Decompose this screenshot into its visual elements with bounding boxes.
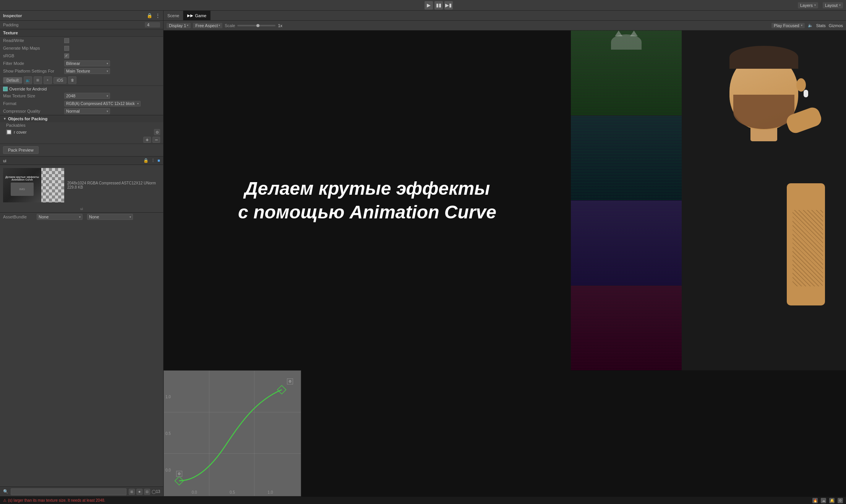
play-button[interactable]: ▶ bbox=[425, 1, 433, 10]
format-dropdown[interactable]: RGB(A) Compressed ASTC 12x12 block ▾ bbox=[64, 101, 141, 107]
inspector-header-right: 🔒 ⋮ bbox=[147, 13, 160, 18]
add-remove-row: + − bbox=[0, 136, 163, 144]
inspector-header: Inspector 🔒 ⋮ bbox=[0, 11, 163, 21]
cat-image-4 bbox=[571, 286, 682, 371]
srgb-label: sRGB bbox=[3, 53, 64, 58]
filter-mode-dropdown[interactable]: Bilinear ▾ bbox=[64, 60, 110, 66]
cat-image-1 bbox=[571, 31, 682, 116]
compressor-dropdown[interactable]: Normal ▾ bbox=[64, 108, 110, 114]
show-platform-value: Main Texture bbox=[66, 69, 90, 73]
show-platform-row: Show Platform Settings For Main Texture … bbox=[0, 67, 163, 75]
game-display-dropdown[interactable]: Display 1 ▾ bbox=[167, 23, 191, 28]
cover-settings-btn[interactable]: ⚙ bbox=[154, 129, 160, 135]
error-text: (s) larger than its max texture size. It… bbox=[8, 498, 105, 502]
pack-preview-button[interactable]: Pack Preview bbox=[3, 146, 39, 154]
platform-tab-monitor[interactable]: 📺 bbox=[24, 76, 32, 84]
layout-dropdown[interactable]: Layout ▾ bbox=[823, 2, 843, 8]
cat-strip bbox=[571, 31, 682, 370]
format-row: Format RGB(A) Compressed ASTC 12x12 bloc… bbox=[0, 100, 163, 107]
scale-value: 1x bbox=[278, 23, 282, 28]
tab-game[interactable]: ▶▶ Game bbox=[183, 11, 211, 20]
read-write-label: Read/Write bbox=[3, 38, 64, 43]
step-button[interactable]: ▶▮ bbox=[444, 1, 453, 10]
format-label: Format bbox=[3, 101, 64, 106]
play-focused-button[interactable]: Play Focused ▾ bbox=[771, 23, 805, 28]
inspector-panel: Inspector 🔒 ⋮ Padding 4 Texture Read/Wri… bbox=[0, 11, 164, 496]
scale-label: Scale bbox=[225, 23, 235, 28]
override-checkbox[interactable] bbox=[3, 87, 8, 91]
curve-settings-icon-1[interactable]: ⚙ bbox=[176, 471, 182, 477]
max-texture-chevron: ▾ bbox=[107, 94, 108, 98]
platform-ios-label: iOS bbox=[57, 78, 63, 82]
max-texture-dropdown[interactable]: 2048 ▾ bbox=[64, 93, 110, 99]
search-input[interactable] bbox=[11, 488, 126, 495]
texture-thumbnail: Делаем крутые эффектыAnimation Curve IMG bbox=[3, 168, 64, 202]
objects-section: ▼ Objects for Packing Packables ⬜ r cove… bbox=[0, 115, 163, 156]
srgb-checkbox[interactable] bbox=[64, 53, 69, 58]
scale-slider[interactable] bbox=[237, 25, 276, 26]
game-display-label: Display 1 bbox=[169, 23, 186, 28]
mute-icon[interactable]: 🔈 bbox=[808, 23, 813, 28]
platform-tab-ios[interactable]: iOS bbox=[53, 77, 67, 84]
game-main-area: Делаем крутые эффекты с помощью Animatio… bbox=[164, 31, 846, 370]
star-icon[interactable]: ★ bbox=[136, 489, 143, 495]
remove-button[interactable]: − bbox=[152, 137, 160, 143]
gizmos-label[interactable]: Gizmos bbox=[829, 23, 843, 28]
cover-row: ⬜ r cover ⚙ bbox=[0, 128, 163, 136]
show-platform-dropdown[interactable]: Main Texture ▾ bbox=[64, 68, 110, 74]
override-row: Override for Android bbox=[0, 86, 163, 92]
platform-tab-trash[interactable]: 🗑 bbox=[68, 76, 76, 84]
read-write-row: Read/Write bbox=[0, 37, 163, 44]
more-icon[interactable]: ⋮ bbox=[156, 13, 160, 18]
packables-label: Packables bbox=[6, 123, 26, 128]
texture-section-label: Texture bbox=[3, 31, 18, 35]
read-write-checkbox[interactable] bbox=[64, 38, 69, 43]
layers-dropdown[interactable]: Layers ▾ bbox=[798, 2, 818, 8]
curve-settings-icon-2[interactable]: ⚙ bbox=[287, 378, 293, 384]
objects-label: Objects for Packing bbox=[8, 116, 47, 121]
filter-mode-row: Filter Mode Bilinear ▾ bbox=[0, 60, 163, 67]
cat-image-2 bbox=[571, 116, 682, 201]
preview-color-icon[interactable]: ■ bbox=[157, 158, 160, 163]
animation-curve-panel[interactable]: ⚙ ⚙ 0.0 0.5 1.0 1.0 0.5 0.0 bbox=[164, 370, 301, 496]
animation-curve-svg bbox=[164, 371, 301, 496]
generate-mip-checkbox[interactable] bbox=[64, 46, 69, 51]
bottom-icons: ⊞ ★ ⊟ ◯13 bbox=[129, 489, 160, 495]
packables-row: Packables bbox=[0, 122, 163, 128]
status-icon-1[interactable]: 🔥 bbox=[812, 498, 818, 503]
pause-button[interactable]: ▮▮ bbox=[434, 1, 443, 10]
asset-bundle-row: AssetBundle None ▾ None ▾ bbox=[0, 212, 163, 221]
cover-label: r cover bbox=[14, 130, 152, 134]
grid-icon[interactable]: ⊞ bbox=[129, 489, 135, 495]
lock-icon[interactable]: 🔒 bbox=[147, 13, 152, 18]
add-button[interactable]: + bbox=[143, 137, 151, 143]
error-icon: ⚠ bbox=[3, 498, 6, 502]
filter-mode-label: Filter Mode bbox=[3, 61, 64, 66]
asset-bundle-dropdown2[interactable]: None ▾ bbox=[87, 214, 133, 220]
compressor-chevron: ▾ bbox=[107, 110, 108, 113]
main-layout: Inspector 🔒 ⋮ Padding 4 Texture Read/Wri… bbox=[0, 11, 846, 496]
preview-lock-icon[interactable]: 🔒 bbox=[143, 158, 149, 163]
person-area bbox=[682, 31, 846, 370]
tab-scene[interactable]: Scene bbox=[164, 11, 183, 20]
preview-more-icon[interactable]: ⋮ bbox=[151, 158, 155, 163]
status-icon-4[interactable]: ⚙ bbox=[838, 498, 843, 503]
platform-tab-settings[interactable]: ⊞ bbox=[34, 76, 42, 84]
platform-tab-default[interactable]: Default bbox=[3, 77, 22, 84]
top-bar-right: Layers ▾ Layout ▾ bbox=[798, 2, 843, 8]
filter-icon[interactable]: ⊟ bbox=[144, 489, 150, 495]
x-label-2: 0.5 bbox=[230, 490, 235, 494]
generate-mip-label: Generate Mip Maps bbox=[3, 46, 64, 50]
asset-bundle-dropdown1[interactable]: None ▾ bbox=[37, 214, 83, 220]
platform-tab-plus[interactable]: + bbox=[44, 76, 52, 84]
free-aspect-dropdown[interactable]: Free Aspect ▾ bbox=[193, 23, 222, 28]
status-icon-2[interactable]: ☁ bbox=[821, 498, 826, 503]
format-value: RGB(A) Compressed ASTC 12x12 block bbox=[66, 102, 135, 106]
srgb-row: sRGB bbox=[0, 52, 163, 60]
objects-header[interactable]: ▼ Objects for Packing bbox=[0, 115, 163, 122]
status-icon-3[interactable]: 🔔 bbox=[829, 498, 835, 503]
padding-label: Padding bbox=[3, 23, 145, 27]
stats-label[interactable]: Stats bbox=[816, 23, 826, 28]
svg-rect-1 bbox=[277, 385, 286, 394]
game-black-area: Делаем крутые эффекты с помощью Animatio… bbox=[164, 31, 571, 370]
